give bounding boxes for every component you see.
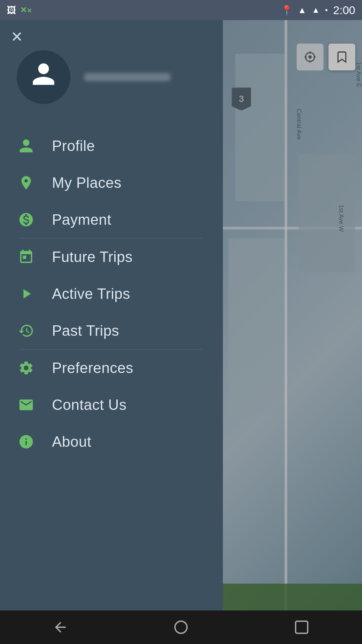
history-icon-container — [17, 323, 35, 339]
sidebar-item-label-active-trips: Active Trips — [52, 285, 130, 302]
sidebar-item-contact-us[interactable]: Contact Us — [0, 386, 223, 423]
close-drawer-button[interactable]: ✕ — [7, 27, 27, 47]
person-menu-icon — [18, 138, 34, 154]
history-icon — [18, 323, 34, 339]
sidebar-item-label-past-trips: Past Trips — [52, 322, 119, 339]
status-bar: 🖼 ✕✕ 📍 ▲ ▲ ▪ 2:00 — [0, 0, 362, 20]
home-circle-icon — [173, 619, 189, 635]
nav-recents-button[interactable] — [288, 614, 315, 641]
location-pin-icon — [18, 175, 34, 191]
photo-icon: 🖼 — [7, 5, 16, 16]
menu-list: Profile My Places Payment — [0, 121, 223, 610]
payment-icon-container — [17, 212, 35, 228]
sidebar-item-profile[interactable]: Profile — [0, 127, 223, 164]
close-icon: ✕ — [11, 30, 23, 44]
sidebar-item-future-trips[interactable]: Future Trips — [0, 238, 223, 275]
sidebar-item-label-contact-us: Contact Us — [52, 396, 127, 413]
status-bar-left: 🖼 ✕✕ — [7, 5, 32, 16]
sidebar-item-active-trips[interactable]: Active Trips — [0, 275, 223, 312]
sidebar-item-preferences[interactable]: Preferences — [0, 350, 223, 386]
email-icon — [18, 397, 34, 413]
drawer-shadow-overlay — [221, 20, 362, 610]
signal-icon: ▲ — [312, 5, 320, 15]
location-icon: 📍 — [281, 5, 293, 16]
location-icon-container — [17, 175, 35, 191]
dollar-circle-icon — [18, 212, 34, 228]
email-icon-container — [17, 397, 35, 413]
wifi-icon: ▲ — [298, 5, 307, 15]
navigation-bar — [0, 610, 362, 644]
play-icon — [18, 286, 34, 302]
sidebar-item-past-trips[interactable]: Past Trips — [0, 312, 223, 349]
user-name-blurred — [84, 73, 171, 81]
calendar-icon — [18, 249, 34, 265]
sidebar-item-payment[interactable]: Payment — [0, 201, 223, 238]
svg-point-6 — [175, 621, 187, 633]
fake-gps-icon: ✕✕ — [20, 5, 32, 15]
sidebar-item-my-places[interactable]: My Places — [0, 164, 223, 201]
gear-icon — [18, 360, 34, 376]
sidebar-item-label-about: About — [52, 433, 91, 450]
status-time: 2:00 — [333, 4, 355, 17]
nav-home-button[interactable] — [168, 614, 194, 641]
calendar-icon-container — [17, 249, 35, 265]
battery-icon: ▪ — [325, 6, 328, 14]
info-icon — [18, 434, 34, 450]
user-section — [0, 20, 223, 121]
sidebar-item-about[interactable]: About — [0, 423, 223, 460]
sidebar-item-label-preferences: Preferences — [52, 360, 133, 376]
recents-square-icon — [294, 619, 310, 635]
play-icon-container — [17, 286, 35, 302]
avatar[interactable] — [17, 50, 70, 104]
sidebar-item-label-payment: Payment — [52, 211, 111, 228]
navigation-drawer: ✕ Profile — [0, 20, 223, 610]
person-icon — [30, 61, 57, 94]
nav-back-button[interactable] — [47, 614, 74, 641]
svg-rect-7 — [296, 621, 308, 633]
sidebar-item-label-my-places: My Places — [52, 174, 121, 191]
back-arrow-icon — [52, 619, 68, 635]
info-icon-container — [17, 434, 35, 450]
status-bar-right: 📍 ▲ ▲ ▪ 2:00 — [281, 4, 356, 17]
sidebar-item-label-future-trips: Future Trips — [52, 249, 133, 265]
gear-icon-container — [17, 360, 35, 376]
sidebar-item-label-profile: Profile — [52, 138, 95, 154]
profile-icon-container — [17, 138, 35, 154]
